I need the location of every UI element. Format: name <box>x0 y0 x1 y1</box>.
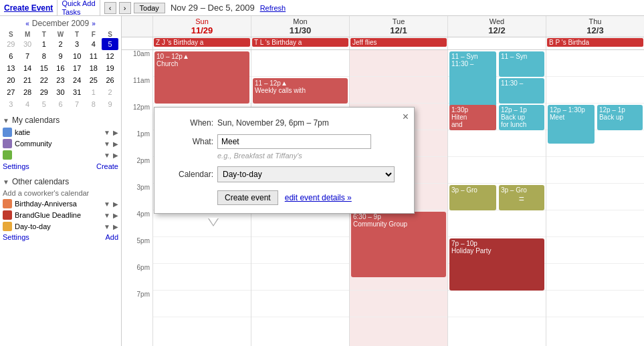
mini-cal-day[interactable]: 25 <box>86 74 102 86</box>
mini-cal-day[interactable]: 28 <box>19 86 36 98</box>
cal-dropdown-btn[interactable]: ▼ <box>104 200 110 208</box>
mini-cal-day[interactable]: 9 <box>52 50 69 62</box>
cal-options-btn[interactable]: ▶ <box>113 200 118 208</box>
mini-cal-day[interactable]: 13 <box>3 62 19 74</box>
mini-cal-day[interactable]: 31 <box>69 86 86 98</box>
popup-what-input[interactable] <box>217 134 371 149</box>
mini-cal-day[interactable]: 1 <box>35 38 52 50</box>
cal-dropdown-btn[interactable]: ▼ <box>104 212 110 219</box>
nav-prev-button[interactable]: ‹ <box>104 2 116 14</box>
mini-cal-day[interactable]: 11 <box>86 50 102 62</box>
mini-cal-day[interactable]: 8 <box>86 98 102 110</box>
event-3p-gro-wed-right[interactable]: 3p – Gro = <box>499 185 544 210</box>
quick-add-link[interactable]: Quick Add <box>62 0 95 7</box>
cal-options-btn[interactable]: ▶ <box>113 223 118 230</box>
mini-cal-day[interactable]: 6 <box>52 98 69 110</box>
mini-cal-day[interactable]: 21 <box>19 74 36 86</box>
day-header-thu123[interactable]: Thu 12/3 <box>546 16 644 37</box>
other-cal-settings[interactable]: Settings <box>3 233 29 241</box>
day-header-wed122[interactable]: Wed 12/2 <box>447 16 546 37</box>
mini-cal-day[interactable]: 5 <box>35 98 52 110</box>
mini-cal-day[interactable]: 3 <box>3 98 19 110</box>
mini-cal-day[interactable]: 6 <box>3 50 19 62</box>
day-col-wed[interactable]: 11 – Syn 11:30 – 11 – Syn 11:30 – 1:30p … <box>447 50 546 346</box>
mini-cal-day[interactable]: 26 <box>102 74 118 86</box>
event-1130-right[interactable]: 11:30 – <box>499 78 544 104</box>
nav-next-button[interactable]: › <box>119 2 131 14</box>
mini-cal-day[interactable]: 9 <box>102 98 118 110</box>
create-event-link[interactable]: Create Event <box>4 3 53 13</box>
mini-cal-day[interactable]: 29 <box>35 86 52 98</box>
mini-cal-day[interactable]: 8 <box>35 50 52 62</box>
mini-cal-day[interactable]: 18 <box>86 62 102 74</box>
event-syn-right[interactable]: 11 – Syn <box>499 51 544 77</box>
cal-dropdown-btn[interactable]: ▼ <box>104 140 110 148</box>
allday-event-birthday-z[interactable]: Z J 's Birthday a <box>154 38 250 47</box>
event-hiten[interactable]: 1:30p Hiten and <box>449 105 496 130</box>
event-holiday-party[interactable]: 7p – 10p Holiday Party <box>449 238 544 291</box>
day-num: 12/3 <box>546 25 644 35</box>
event-meet-thu[interactable]: 12p – 1:30p Meet <box>548 105 595 144</box>
mini-cal-day[interactable]: 3 <box>69 38 86 50</box>
tasks-link[interactable]: Tasks <box>62 8 95 16</box>
mini-cal-day[interactable]: 4 <box>19 98 36 110</box>
day-header-sun1129[interactable]: Sun 11/29 <box>152 16 251 37</box>
mini-cal-day[interactable]: 7 <box>69 98 86 110</box>
cal-options-btn[interactable]: ▶ <box>113 129 118 136</box>
popup-close-button[interactable]: × <box>403 111 409 123</box>
allday-event-birthday-b[interactable]: B P 's Birthda <box>547 38 643 47</box>
event-backup-thu[interactable]: 12p – 1p Back up <box>597 105 643 130</box>
cal-options-btn[interactable]: ▶ <box>113 212 118 219</box>
mini-cal-day[interactable]: 14 <box>19 62 36 74</box>
mini-cal-day[interactable]: 16 <box>52 62 69 74</box>
event-3p-gro-wed-left[interactable]: 3p – Gro <box>449 185 496 210</box>
my-cal-create[interactable]: Create <box>96 162 118 170</box>
my-calendars-header[interactable]: ▼ My calendars <box>3 116 118 125</box>
mini-cal-day[interactable]: 30 <box>52 86 69 98</box>
allday-event-birthday-t[interactable]: T L 's Birthday a <box>252 38 348 47</box>
mini-cal-prev[interactable]: « <box>25 20 29 27</box>
event-backup-wed[interactable]: 12p – 1p Back up for lunch <box>499 105 544 130</box>
mini-cal-day[interactable]: 29 <box>3 38 19 50</box>
mini-cal-day[interactable]: 15 <box>35 62 52 74</box>
mini-cal-day[interactable]: 12 <box>102 50 118 62</box>
day-col-thu[interactable]: 12p – 1:30p Meet 12p – 1p Back up 12p – … <box>546 50 644 346</box>
add-coworker[interactable]: Add a coworker's calendar <box>3 189 118 197</box>
mini-cal-day[interactable]: 10 <box>69 50 86 62</box>
popup-calendar-select[interactable]: Day-to-day katie Community BrandGlue Dea… <box>217 166 395 182</box>
mini-cal-day[interactable]: 24 <box>69 74 86 86</box>
create-event-button[interactable]: Create event <box>217 190 278 205</box>
other-cal-add[interactable]: Add <box>105 233 118 241</box>
event-weekly-calls[interactable]: 11 – 12p▲ Weekly calls with <box>253 78 348 104</box>
event-church[interactable]: 10 – 12p▲ Church <box>154 51 249 104</box>
refresh-link[interactable]: Refresh <box>260 4 286 12</box>
cal-options-btn[interactable]: ▶ <box>113 140 118 148</box>
mini-cal-day[interactable]: 20 <box>3 74 19 86</box>
mini-cal-day[interactable]: 22 <box>35 74 52 86</box>
mini-cal-day[interactable]: 1 <box>86 86 102 98</box>
other-calendars-header[interactable]: ▼ Other calendars <box>3 177 118 186</box>
day-header-tue121[interactable]: Tue 12/1 <box>349 16 447 37</box>
time-3pm: 3pm <box>122 184 152 210</box>
mini-cal-day[interactable]: 5 <box>102 38 118 50</box>
mini-cal-day[interactable]: 23 <box>52 74 69 86</box>
cal-dropdown-btn[interactable]: ▼ <box>104 129 110 136</box>
cal-dropdown-btn[interactable]: ▼ <box>104 152 110 159</box>
mini-cal-day[interactable]: 4 <box>86 38 102 50</box>
mini-cal-day[interactable]: 27 <box>3 86 19 98</box>
event-community-group[interactable]: 6:30 – 9p Community Group <box>351 212 446 277</box>
mini-cal-day[interactable]: 19 <box>102 62 118 74</box>
cal-dropdown-btn[interactable]: ▼ <box>104 223 110 230</box>
mini-cal-day[interactable]: 2 <box>102 86 118 98</box>
mini-cal-day[interactable]: 7 <box>19 50 36 62</box>
allday-event-jeff-flies[interactable]: Jeff flies <box>350 38 447 47</box>
mini-cal-day[interactable]: 30 <box>19 38 36 50</box>
cal-options-btn[interactable]: ▶ <box>113 152 118 159</box>
edit-details-button[interactable]: edit event details » <box>285 193 352 202</box>
mini-cal-day[interactable]: 17 <box>69 62 86 74</box>
mini-cal-day[interactable]: 2 <box>52 38 69 50</box>
today-button[interactable]: Today <box>134 3 165 13</box>
my-cal-settings[interactable]: Settings <box>3 162 29 170</box>
day-header-mon1130[interactable]: Mon 11/30 <box>251 16 349 37</box>
mini-cal-next[interactable]: » <box>92 20 96 27</box>
